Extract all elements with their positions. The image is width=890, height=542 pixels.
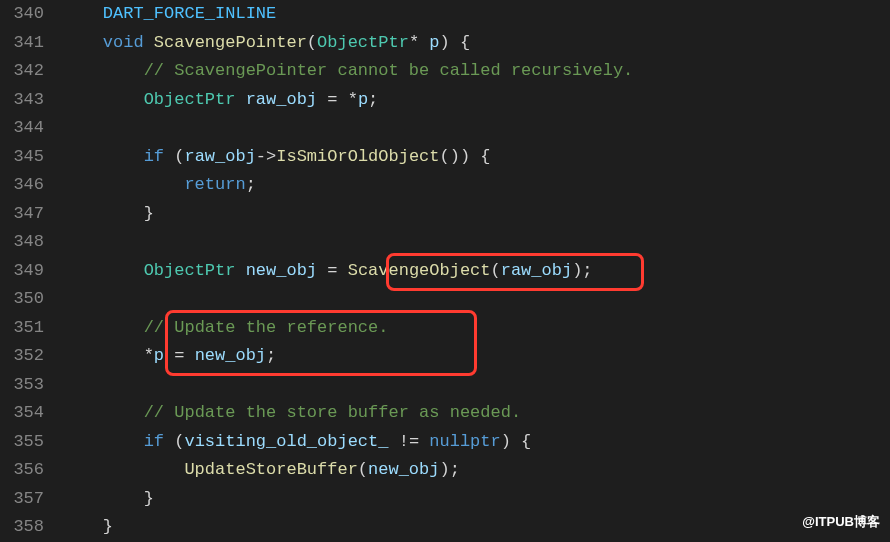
line-number: 352 [0,342,44,371]
line-number: 344 [0,114,44,143]
line-number: 347 [0,200,44,229]
token: ; [368,90,378,109]
token [144,33,154,52]
code-line[interactable]: if (raw_obj->IsSmiOrOldObject()) { [62,143,890,172]
token: p [358,90,368,109]
line-number: 349 [0,257,44,286]
token: ); [572,261,592,280]
token: } [144,204,154,223]
code-line[interactable] [62,114,890,143]
token: raw_obj [184,147,255,166]
token: } [144,489,154,508]
code-line[interactable] [62,371,890,400]
line-number: 346 [0,171,44,200]
token: ScavengePointer [154,33,307,52]
token: ) { [501,432,532,451]
token: p [154,346,164,365]
token: ; [266,346,276,365]
token: // Update the store buffer as needed. [144,403,521,422]
token: return [184,175,245,194]
code-line[interactable]: } [62,485,890,514]
token: * [409,33,429,52]
code-line[interactable]: if (visiting_old_object_ != nullptr) { [62,428,890,457]
code-line[interactable]: *p = new_obj; [62,342,890,371]
token: } [103,517,113,536]
token: if [144,432,164,451]
token: ( [307,33,317,52]
token: void [103,33,144,52]
token: raw_obj [501,261,572,280]
token: visiting_old_object_ [184,432,388,451]
token: // ScavengePointer cannot be called recu… [144,61,634,80]
code-line[interactable]: ObjectPtr new_obj = ScavengeObject(raw_o… [62,257,890,286]
line-number: 343 [0,86,44,115]
code-line[interactable] [62,228,890,257]
code-line[interactable]: DART_FORCE_INLINE [62,0,890,29]
token: ScavengeObject [348,261,491,280]
line-gutter: 3403413423433443453463473483493503513523… [0,0,62,542]
watermark: @ITPUB博客 [802,508,880,537]
token: ) { [440,33,471,52]
token: new_obj [368,460,439,479]
token: ()) { [440,147,491,166]
code-line[interactable]: // ScavengePointer cannot be called recu… [62,57,890,86]
line-number: 355 [0,428,44,457]
token: != [388,432,429,451]
token: UpdateStoreBuffer [184,460,357,479]
code-line[interactable]: } [62,513,890,542]
code-line[interactable]: UpdateStoreBuffer(new_obj); [62,456,890,485]
token: ObjectPtr [317,33,409,52]
line-number: 350 [0,285,44,314]
line-number: 353 [0,371,44,400]
code-line[interactable]: ObjectPtr raw_obj = *p; [62,86,890,115]
token: ); [439,460,459,479]
token: raw_obj [246,90,317,109]
token: // Update the reference. [144,318,389,337]
line-number: 341 [0,29,44,58]
token: p [429,33,439,52]
line-number: 354 [0,399,44,428]
code-line[interactable]: // Update the reference. [62,314,890,343]
token: nullptr [429,432,500,451]
token [235,90,245,109]
token: if [144,147,164,166]
token: * [144,346,154,365]
token: -> [256,147,276,166]
code-line[interactable] [62,285,890,314]
token: DART_FORCE_INLINE [103,4,276,23]
line-number: 356 [0,456,44,485]
code-editor[interactable]: 3403413423433443453463473483493503513523… [0,0,890,542]
line-number: 351 [0,314,44,343]
line-number: 358 [0,513,44,542]
token [235,261,245,280]
token: IsSmiOrOldObject [276,147,439,166]
token: ( [164,147,184,166]
code-area[interactable]: DART_FORCE_INLINE void ScavengePointer(O… [62,0,890,542]
token: new_obj [195,346,266,365]
token: = * [317,90,358,109]
token: = [164,346,195,365]
code-line[interactable]: void ScavengePointer(ObjectPtr* p) { [62,29,890,58]
token: ; [246,175,256,194]
line-number: 357 [0,485,44,514]
token: ObjectPtr [144,90,236,109]
token: new_obj [246,261,317,280]
code-line[interactable]: return; [62,171,890,200]
token: = [317,261,348,280]
line-number: 342 [0,57,44,86]
token: ( [164,432,184,451]
code-line[interactable]: } [62,200,890,229]
line-number: 340 [0,0,44,29]
token: ( [491,261,501,280]
line-number: 348 [0,228,44,257]
token: ( [358,460,368,479]
line-number: 345 [0,143,44,172]
code-line[interactable]: // Update the store buffer as needed. [62,399,890,428]
token: ObjectPtr [144,261,236,280]
